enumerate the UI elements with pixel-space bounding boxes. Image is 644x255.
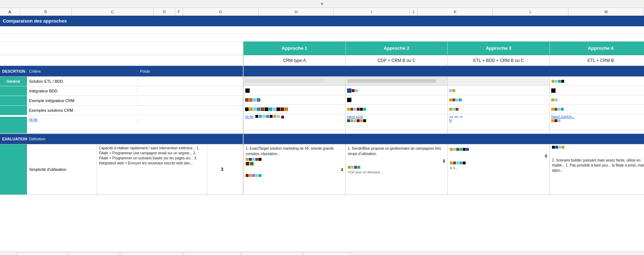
integr-bdd-row: Intégrateur BDD xyxy=(0,86,243,96)
approche1-subtitle: CRM type A xyxy=(283,58,306,63)
col-header-l[interactable]: L xyxy=(493,8,568,15)
a1-r2 xyxy=(244,86,345,95)
exemple-integr-row: Exemple intégrateur CRM xyxy=(0,96,243,106)
approche-headers-area: Approche 1 CRM type A Approche 2 CDP + C… xyxy=(0,42,644,66)
approche4-general-data: https// ZzEFDI... xyxy=(550,77,644,134)
a2-r3 xyxy=(346,95,447,105)
new-tab-icon[interactable]: + xyxy=(320,1,323,7)
a4-eval-text: 2. Scénario builder puissant mais assez … xyxy=(552,158,644,173)
a3-url-row: 1q .wz 1n ht xyxy=(448,114,549,130)
a1-url-row: htt file xyxy=(244,114,345,130)
evaluation-label: EVALUATION xyxy=(0,137,27,141)
approche2-subtitle: CDP + CRM B ou C xyxy=(378,58,415,63)
col-header-j[interactable]: J xyxy=(409,8,417,15)
simplicite-eval-row: Simplicité d'utilisation Capacité à réal… xyxy=(0,144,644,195)
a2-r4 xyxy=(346,105,447,114)
tab-crm-grille-analyse[interactable]: CRM - Grille Analyse ▼ xyxy=(69,253,120,255)
approche1-header: Approche 1 xyxy=(282,45,307,51)
a2-r1 xyxy=(346,77,447,86)
page-title: Comparaison des approches xyxy=(3,18,67,24)
simplicite-poids: 3 xyxy=(208,144,236,194)
a1-eval-text: 1. ExactTarget solution marketing de SF,… xyxy=(246,146,343,157)
url-critere: htt file xyxy=(27,117,138,123)
general-section-label: Général xyxy=(6,80,20,83)
descrtion-label: DESCRTION xyxy=(0,69,27,73)
tab-inspi-crm[interactable]: Inspi > CRM - Gr... ▼ xyxy=(303,253,350,255)
spreadsheet: Comparaison des approches Approche 1 CRM… xyxy=(0,16,644,251)
general-first-critere: Solution ETL / BDD xyxy=(27,78,138,84)
a2-r2 xyxy=(346,86,447,95)
integr-bdd-critere: Intégrateur BDD xyxy=(27,88,138,94)
a4-url-row: https// ZzEFDI... xyxy=(550,114,644,130)
approche3-general-data: 1q .wz 1n ht xyxy=(448,77,550,134)
tab-bar: + ☰ Architecture - Grille ▼ CRM - Grille… xyxy=(0,251,644,255)
col-header-k[interactable]: K xyxy=(418,8,493,15)
title-row: Comparaison des approches xyxy=(0,16,644,27)
a3-r1 xyxy=(448,77,549,86)
a4-eval-simplicite: 5 2. Scénario builder puissant mais asse… xyxy=(550,144,644,194)
approche4-subtitle: ETL + CRM B xyxy=(587,58,614,63)
column-label-row: DESCRTION Critère Poids xyxy=(0,66,644,77)
exemples-crm-row: Exemples solutions CRM xyxy=(0,106,243,115)
tab-crm-questions[interactable]: CRM - Questions filiales ▼ xyxy=(184,253,240,255)
approche4-col: Approche 4 ETL + CRM B xyxy=(550,42,644,66)
approche1-general-data: htt file xyxy=(244,77,346,134)
a1-r4 xyxy=(244,105,345,114)
a2-url-text: https/ yZzE xyxy=(347,115,446,119)
a1-eval-simplicite: 1. ExactTarget solution marketing de SF,… xyxy=(244,144,346,194)
tab-crm-criteres[interactable]: CRM - Critères fonctionnels ▼ xyxy=(120,253,183,255)
a1-r1 xyxy=(244,77,345,86)
a2-eval-text: 1. SendinBlue propose un gestionnaire de… xyxy=(348,146,445,157)
critere-label: Critère xyxy=(27,69,138,73)
approche2-general-data: https/ yZzE xyxy=(346,77,448,134)
col-header-m[interactable]: M xyxy=(568,8,644,15)
a3-eval-simplicite: 6 le 6... xyxy=(448,144,550,194)
approche2-col: Approche 2 CDP + CRM B ou C xyxy=(346,42,448,66)
a4-r4 xyxy=(550,105,644,114)
a3-score: 6 xyxy=(450,153,547,159)
simplicite-critere-name: Simplicité d'utilisation xyxy=(27,144,97,194)
eval-header-section: EVALUATION Définition xyxy=(0,134,644,144)
exemple-integr-critere: Exemple intégrateur CRM xyxy=(27,98,138,104)
simplicite-definition: Capacité à réaliser rapidement / sans in… xyxy=(97,144,208,194)
a3-url-text: 1q .wz 1n xyxy=(449,115,548,119)
approche1-col: Approche 1 CRM type A xyxy=(244,42,346,66)
a2-score: 8 xyxy=(348,158,445,164)
general-label-row: Général Solution ETL / BDD xyxy=(0,77,243,86)
approche3-header: Approche 3 xyxy=(486,45,511,51)
col-header-h[interactable]: H xyxy=(259,8,334,15)
approche4-header: Approche 4 xyxy=(588,45,614,51)
top-bar: + xyxy=(0,0,644,8)
col-header-c[interactable]: C xyxy=(72,8,154,15)
tab-fidelisation[interactable]: Fidélisation - Grille analyse ▼ xyxy=(241,253,303,255)
spacer-row-1 xyxy=(0,27,644,34)
a2-eval-simplicite: 1. SendinBlue propose un gestionnaire de… xyxy=(346,144,448,194)
col-header-g[interactable]: G xyxy=(183,8,259,15)
a3-r4 xyxy=(448,105,549,114)
col-header-b[interactable]: B xyxy=(20,8,72,15)
exemples-crm-critere: Exemples solutions CRM xyxy=(27,107,138,113)
approche2-header: Approche 2 xyxy=(384,45,409,51)
col-header-a[interactable]: A xyxy=(0,8,20,15)
col-header-d[interactable]: D xyxy=(154,8,175,15)
a3-r3 xyxy=(448,95,549,105)
col-header-i[interactable]: I xyxy=(334,8,409,15)
a4-r2 xyxy=(550,86,644,95)
a3-url-text2: ht xyxy=(449,119,548,122)
a2-url-row: https/ yZzE xyxy=(346,114,447,130)
definition-label: Définition xyxy=(27,137,48,141)
tab-architecture-grille[interactable]: Architecture - Grille ▼ xyxy=(17,253,68,255)
a1-url-text: htt file xyxy=(245,115,254,119)
col-header-f[interactable]: F xyxy=(175,8,183,15)
general-section: Général Solution ETL / BDD Intégrateur B… xyxy=(0,77,644,134)
approche3-col: Approche 3 ETL + BDD + CRM B ou C xyxy=(448,42,550,66)
a4-r3 xyxy=(550,95,644,105)
a4-score: 5 xyxy=(552,150,644,157)
a2-cdp-note: CDP pour un débutant... xyxy=(348,170,445,175)
a3-r2 xyxy=(448,86,549,95)
a1-r3 xyxy=(244,95,345,105)
approche3-subtitle: ETL + BDD + CRM B ou C xyxy=(473,58,524,63)
url-row: htt file xyxy=(0,115,243,134)
a1-score: 4 xyxy=(246,167,343,173)
poids-label: Poids xyxy=(138,69,152,73)
